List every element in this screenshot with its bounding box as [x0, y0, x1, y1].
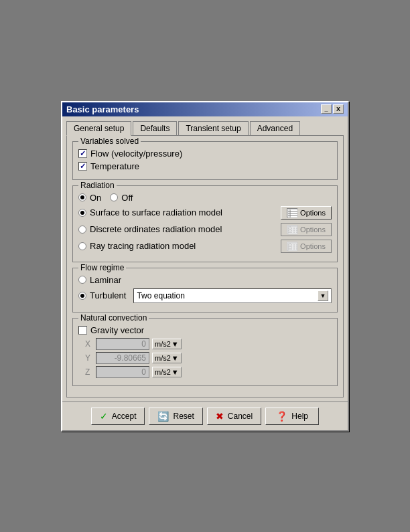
raytracing-radiation-label: Ray tracing radiation model	[90, 241, 196, 251]
accept-label: Accept	[112, 412, 137, 421]
svg-rect-5	[288, 226, 297, 234]
tab-transient-setup[interactable]: Transient setup	[178, 121, 248, 136]
raytracing-radiation-row: Ray tracing radiation model	[78, 240, 332, 253]
x-unit-button[interactable]: m/s2 ▼	[152, 339, 182, 349]
bottom-bar: ✓ Accept 🔄 Reset ✖ Cancel ❓ Help	[62, 402, 348, 430]
discrete-options-icon	[287, 225, 297, 234]
dropdown-value: Two equation	[137, 291, 184, 300]
svg-rect-10	[288, 243, 297, 251]
y-unit-arrow: ▼	[172, 354, 179, 362]
surface-radiation-label: Surface to surface radiation model	[90, 207, 222, 217]
radiation-group: Radiation On Off Surface to surface radi…	[72, 185, 338, 262]
cancel-button[interactable]: ✖ Cancel	[207, 408, 261, 425]
discrete-radiation-left: Discrete ordinates radiation model	[78, 224, 222, 234]
title-bar-buttons: _ X	[321, 104, 344, 114]
z-input-row: Z m/s2 ▼	[85, 366, 332, 378]
radiation-label: Radiation	[78, 181, 117, 190]
discrete-options-button[interactable]: Options	[281, 223, 332, 236]
temperature-label: Temperature	[90, 161, 139, 171]
radiation-on-radio[interactable]	[78, 193, 86, 201]
tab-content: Variables solved Flow (velocity/pressure…	[66, 135, 344, 397]
y-axis-label: Y	[85, 353, 93, 363]
cancel-label: Cancel	[228, 412, 253, 421]
dropdown-arrow-icon: ▼	[318, 290, 328, 301]
reset-label: Reset	[173, 412, 194, 421]
xyz-inputs: X m/s2 ▼ Y m/s2 ▼	[78, 338, 332, 378]
flow-regime-content: Laminar Turbulent Two equation ▼	[78, 275, 332, 303]
radiation-on-label: On	[90, 193, 101, 203]
z-unit-button[interactable]: m/s2 ▼	[152, 367, 182, 377]
radiation-off-radio[interactable]	[110, 193, 118, 201]
main-window: Basic parameters _ X General setup Defau…	[61, 101, 349, 432]
turbulent-radio[interactable]	[78, 292, 86, 300]
raytracing-radiation-radio[interactable]	[78, 242, 86, 250]
temperature-checkbox[interactable]	[78, 162, 87, 171]
title-bar: Basic parameters _ X	[62, 102, 348, 116]
accept-icon: ✓	[100, 411, 108, 422]
laminar-label: Laminar	[90, 275, 121, 285]
x-unit-arrow: ▼	[172, 340, 179, 348]
surface-radiation-row: Surface to surface radiation model	[78, 206, 332, 219]
z-input[interactable]	[96, 366, 149, 378]
radiation-off-label: Off	[121, 193, 133, 203]
y-input[interactable]	[96, 352, 149, 364]
discrete-radiation-label: Discrete ordinates radiation model	[90, 224, 222, 234]
content-area: General setup Defaults Transient setup A…	[62, 116, 348, 402]
natural-convection-group: Natural convection Gravity vector X m/s2…	[72, 318, 338, 386]
natural-convection-content: Gravity vector X m/s2 ▼ Y	[78, 325, 332, 378]
gravity-label: Gravity vector	[90, 325, 144, 335]
surface-options-icon	[287, 208, 297, 217]
variables-solved-content: Flow (velocity/pressure) Temperature	[78, 149, 332, 171]
cancel-icon: ✖	[216, 411, 224, 422]
flow-regime-label: Flow regime	[78, 263, 126, 272]
radiation-onoff-row: On Off	[78, 193, 332, 203]
turbulence-dropdown[interactable]: Two equation ▼	[133, 288, 332, 303]
y-unit-button[interactable]: m/s2 ▼	[152, 353, 182, 363]
turbulent-row: Turbulent Two equation ▼	[78, 288, 332, 303]
z-unit-label: m/s2	[155, 368, 171, 376]
laminar-radio[interactable]	[78, 276, 86, 284]
z-axis-label: Z	[85, 367, 93, 377]
window-title: Basic parameters	[66, 104, 139, 114]
accept-button[interactable]: ✓ Accept	[91, 408, 145, 425]
x-axis-label: X	[85, 339, 93, 349]
help-icon: ❓	[276, 411, 287, 422]
tab-bar: General setup Defaults Transient setup A…	[66, 120, 344, 135]
y-unit-label: m/s2	[155, 354, 171, 362]
surface-radiation-radio[interactable]	[78, 209, 86, 217]
surface-options-button[interactable]: Options	[281, 206, 332, 219]
gravity-checkbox-row: Gravity vector	[78, 325, 332, 335]
variables-solved-label: Variables solved	[78, 137, 141, 146]
raytracing-radiation-left: Ray tracing radiation model	[78, 241, 196, 251]
variables-solved-group: Variables solved Flow (velocity/pressure…	[72, 141, 338, 180]
surface-radiation-left: Surface to surface radiation model	[78, 207, 222, 217]
temperature-checkbox-row: Temperature	[78, 161, 332, 171]
y-input-row: Y m/s2 ▼	[85, 352, 332, 364]
natural-convection-label: Natural convection	[78, 313, 149, 323]
flow-checkbox-row: Flow (velocity/pressure)	[78, 149, 332, 159]
reset-icon: 🔄	[157, 411, 169, 422]
reset-button[interactable]: 🔄 Reset	[149, 408, 202, 425]
raytracing-options-icon	[287, 242, 297, 251]
tab-general-setup[interactable]: General setup	[66, 121, 131, 136]
tab-defaults[interactable]: Defaults	[133, 121, 177, 136]
tab-advanced[interactable]: Advanced	[250, 121, 300, 136]
flow-checkbox[interactable]	[78, 149, 87, 158]
laminar-row: Laminar	[78, 275, 332, 285]
discrete-radiation-radio[interactable]	[78, 226, 86, 234]
radiation-content: On Off Surface to surface radiation mode…	[78, 193, 332, 253]
raytracing-options-button[interactable]: Options	[281, 240, 332, 253]
help-button[interactable]: ❓ Help	[265, 408, 319, 425]
turbulent-label: Turbulent	[90, 290, 126, 300]
x-input[interactable]	[96, 338, 149, 350]
x-input-row: X m/s2 ▼	[85, 338, 332, 350]
z-unit-arrow: ▼	[172, 368, 179, 376]
minimize-button[interactable]: _	[321, 104, 332, 114]
close-button[interactable]: X	[333, 104, 344, 114]
flow-label: Flow (velocity/pressure)	[90, 149, 182, 159]
flow-regime-group: Flow regime Laminar Turbulent Two equati…	[72, 268, 338, 313]
x-unit-label: m/s2	[155, 340, 171, 348]
discrete-radiation-row: Discrete ordinates radiation model	[78, 223, 332, 236]
help-label: Help	[291, 412, 308, 421]
gravity-checkbox[interactable]	[78, 326, 87, 335]
